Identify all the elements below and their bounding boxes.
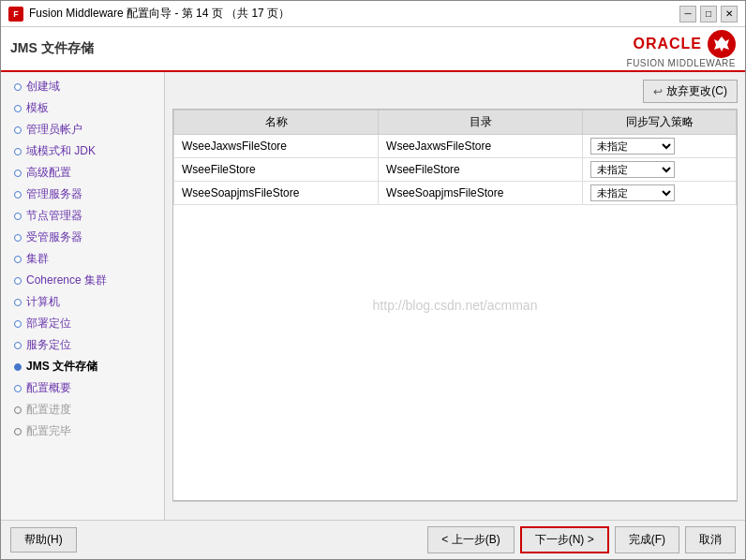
main-window: F Fusion Middleware 配置向导 - 第 14 页 （共 17 … xyxy=(0,0,746,560)
svg-marker-0 xyxy=(714,37,729,52)
oracle-brand: ORACLE xyxy=(633,30,736,58)
col-sync-header: 同步写入策略 xyxy=(583,111,737,135)
sidebar-label-advanced-config: 高级配置 xyxy=(26,165,71,181)
oracle-sub-text: FUSION MIDDLEWARE xyxy=(627,58,736,68)
sidebar-label-config-progress: 配置进度 xyxy=(26,402,71,418)
sidebar-item-service-targeting[interactable]: 服务定位 xyxy=(1,334,164,356)
sidebar-label-node-manager: 节点管理器 xyxy=(26,208,82,224)
sidebar-item-managed-server[interactable]: 管理服务器 xyxy=(1,184,164,205)
sidebar-item-domain-mode[interactable]: 域模式和 JDK xyxy=(1,140,164,162)
table-row[interactable]: WseeJaxwsFileStore WseeJaxwsFileStore 未指… xyxy=(174,135,737,158)
sidebar-item-jms-file-store[interactable]: JMS 文件存储 xyxy=(1,356,164,377)
sidebar-dot xyxy=(14,191,22,199)
title-bar: F Fusion Middleware 配置向导 - 第 14 页 （共 17 … xyxy=(1,1,745,27)
cell-sync[interactable]: 未指定 Disabled Direct-Write Direct-Write-W… xyxy=(583,182,737,205)
cell-dir: WseeSoapjmsFileStore xyxy=(379,182,583,205)
sidebar-item-config-summary[interactable]: 配置概要 xyxy=(1,377,164,399)
sidebar-item-managed-server2[interactable]: 受管服务器 xyxy=(1,227,164,248)
cell-name: WseeJaxwsFileStore xyxy=(174,135,379,158)
cell-dir: WseeFileStore xyxy=(379,158,583,182)
sync-select[interactable]: 未指定 Disabled Direct-Write Direct-Write-W… xyxy=(590,161,675,178)
sidebar: 创建域 模板 管理员帐户 域模式和 JDK 高级配置 管理服务器 xyxy=(1,72,165,520)
watermark-text: http://blog.csdn.net/acmman xyxy=(373,298,538,313)
sidebar-dot xyxy=(14,234,22,242)
oracle-header: JMS 文件存储 ORACLE FUSION MIDDLEWARE xyxy=(1,27,745,72)
footer-right: < 上一步(B) 下一步(N) > 完成(F) 取消 xyxy=(427,526,736,553)
sidebar-dot xyxy=(14,277,22,285)
cancel-label: 取消 xyxy=(699,533,722,546)
cell-sync[interactable]: 未指定 Disabled Direct-Write Direct-Write-W… xyxy=(583,158,737,182)
sidebar-dot-disabled xyxy=(14,428,22,435)
sidebar-item-cluster[interactable]: 集群 xyxy=(1,248,164,270)
sidebar-label-jms-file-store: JMS 文件存储 xyxy=(26,359,97,375)
sidebar-dot xyxy=(14,299,22,306)
sidebar-item-machine[interactable]: 计算机 xyxy=(1,291,164,313)
table-wrapper: http://blog.csdn.net/acmman 名称 目录 同步写入策略… xyxy=(172,109,738,501)
sidebar-label-config-complete: 配置完毕 xyxy=(26,423,71,439)
help-button[interactable]: 帮助(H) xyxy=(10,527,77,553)
maximize-button[interactable]: □ xyxy=(700,6,717,22)
next-label: 下一步(N) > xyxy=(535,533,594,546)
sidebar-label-coherence-cluster: Coherence 集群 xyxy=(26,273,107,288)
sidebar-item-admin-account[interactable]: 管理员帐户 xyxy=(1,119,164,140)
sync-select[interactable]: 未指定 Disabled Direct-Write Direct-Write-W… xyxy=(590,138,675,155)
discard-changes-button[interactable]: ↩ 放弃更改(C) xyxy=(643,80,738,103)
sidebar-dot xyxy=(14,256,22,263)
sidebar-dot xyxy=(14,126,22,134)
oracle-brand-text: ORACLE xyxy=(633,36,702,52)
undo-icon: ↩ xyxy=(653,85,663,98)
footer: 帮助(H) < 上一步(B) 下一步(N) > 完成(F) 取消 xyxy=(1,520,745,559)
cell-name: WseeFileStore xyxy=(174,158,379,182)
col-dir-header: 目录 xyxy=(379,111,583,135)
sidebar-label-managed-server2: 受管服务器 xyxy=(26,229,82,245)
window-controls: ─ □ ✕ xyxy=(679,6,738,22)
jms-file-store-table: 名称 目录 同步写入策略 WseeJaxwsFileStore WseeJaxw… xyxy=(173,110,737,205)
window-title: Fusion Middleware 配置向导 - 第 14 页 （共 17 页） xyxy=(29,6,290,22)
close-button[interactable]: ✕ xyxy=(721,6,738,22)
finish-button[interactable]: 完成(F) xyxy=(615,526,679,553)
cancel-button[interactable]: 取消 xyxy=(685,526,736,553)
sidebar-dot xyxy=(14,148,22,155)
sidebar-dot xyxy=(14,213,22,220)
sidebar-item-advanced-config[interactable]: 高级配置 xyxy=(1,162,164,184)
section-title: JMS 文件存储 xyxy=(10,40,94,57)
sidebar-label-service-targeting: 服务定位 xyxy=(26,337,71,353)
oracle-logo-icon xyxy=(708,30,736,58)
horizontal-scrollbar[interactable] xyxy=(172,501,738,512)
col-name-header: 名称 xyxy=(174,111,379,135)
next-button[interactable]: 下一步(N) > xyxy=(520,526,609,553)
sidebar-label-deploy-targeting: 部署定位 xyxy=(26,316,71,332)
sidebar-item-node-manager[interactable]: 节点管理器 xyxy=(1,205,164,227)
cell-name: WseeSoapjmsFileStore xyxy=(174,182,379,205)
sidebar-label-admin-account: 管理员帐户 xyxy=(26,122,82,138)
sidebar-item-coherence-cluster[interactable]: Coherence 集群 xyxy=(1,270,164,291)
title-bar-left: F Fusion Middleware 配置向导 - 第 14 页 （共 17 … xyxy=(8,6,290,22)
sidebar-label-cluster: 集群 xyxy=(26,251,49,267)
main-toolbar: ↩ 放弃更改(C) xyxy=(172,80,738,103)
sidebar-dot xyxy=(14,105,22,112)
sidebar-dot xyxy=(14,169,22,177)
cell-sync[interactable]: 未指定 Disabled Direct-Write Direct-Write-W… xyxy=(583,135,737,158)
sidebar-item-create-domain[interactable]: 创建域 xyxy=(1,76,164,97)
sidebar-label-managed-server: 管理服务器 xyxy=(26,186,82,202)
sidebar-item-config-complete: 配置完毕 xyxy=(1,420,164,442)
sidebar-dot xyxy=(14,385,22,392)
table-row[interactable]: WseeFileStore WseeFileStore 未指定 Disabled… xyxy=(174,158,737,182)
prev-button[interactable]: < 上一步(B) xyxy=(427,526,514,553)
sidebar-label-create-domain: 创建域 xyxy=(26,79,60,95)
sidebar-label-domain-mode: 域模式和 JDK xyxy=(26,143,96,159)
finish-label: 完成(F) xyxy=(629,533,665,546)
sync-select[interactable]: 未指定 Disabled Direct-Write Direct-Write-W… xyxy=(590,184,675,201)
help-label: 帮助(H) xyxy=(24,533,63,546)
sidebar-item-deploy-targeting[interactable]: 部署定位 xyxy=(1,313,164,334)
sidebar-dot-disabled xyxy=(14,406,22,414)
main-panel: ↩ 放弃更改(C) http://blog.csdn.net/acmman 名称… xyxy=(165,72,745,520)
sidebar-label-machine: 计算机 xyxy=(26,294,60,310)
cell-dir: WseeJaxwsFileStore xyxy=(379,135,583,158)
table-row[interactable]: WseeSoapjmsFileStore WseeSoapjmsFileStor… xyxy=(174,182,737,205)
sidebar-label-config-summary: 配置概要 xyxy=(26,380,71,396)
sidebar-item-templates[interactable]: 模板 xyxy=(1,97,164,119)
sidebar-item-config-progress: 配置进度 xyxy=(1,399,164,420)
sidebar-dot xyxy=(14,320,22,328)
minimize-button[interactable]: ─ xyxy=(679,6,696,22)
